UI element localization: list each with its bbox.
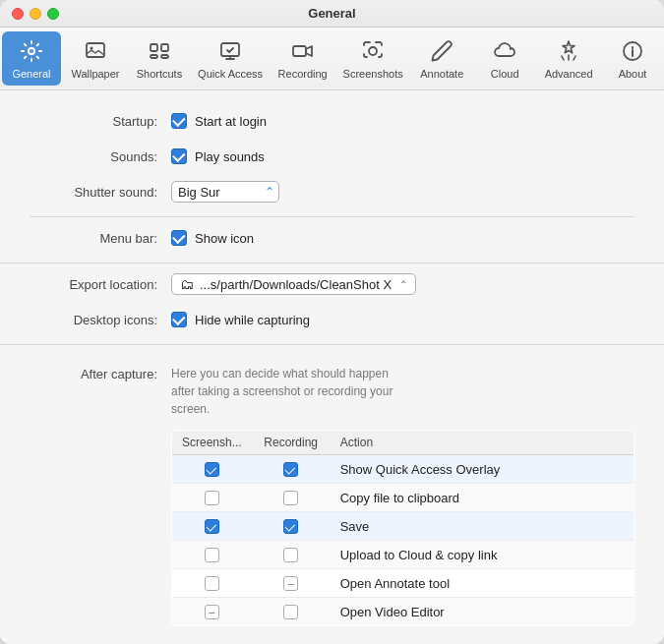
capture-table: Screensh... Recording Action Show Quick … <box>171 430 634 626</box>
table-row: Copy file to clipboard <box>172 484 634 512</box>
menubar-label: Menu bar: <box>30 231 157 246</box>
form-section-2: Export location: 🗂 ...s/parth/Downloads/… <box>0 273 664 330</box>
tab-screenshots[interactable]: Screenshots <box>337 31 408 86</box>
svg-rect-8 <box>293 46 306 56</box>
general-icon <box>18 37 45 65</box>
maximize-button[interactable] <box>47 8 59 20</box>
action-cell: Open Video Editor <box>331 598 634 626</box>
menubar-checkbox-label: Show icon <box>195 231 254 246</box>
table-row: Open Annotate tool <box>172 569 634 598</box>
folder-icon: 🗂 <box>180 276 194 292</box>
action-cell: Copy file to clipboard <box>331 484 634 512</box>
tab-advanced[interactable]: Advanced <box>538 31 599 86</box>
mini-checkbox[interactable] <box>283 519 298 534</box>
mini-checkbox[interactable] <box>283 462 298 477</box>
svg-rect-3 <box>151 44 157 51</box>
export-label: Export location: <box>30 277 157 292</box>
tab-cloud[interactable]: Cloud <box>475 31 534 86</box>
divider-3 <box>0 344 664 345</box>
table-row: Show Quick Access Overlay <box>172 455 634 484</box>
mini-checkbox[interactable] <box>205 605 219 619</box>
tab-wallpaper-label: Wallpaper <box>71 68 119 80</box>
minimize-button[interactable] <box>30 8 41 20</box>
svg-point-9 <box>369 47 377 55</box>
titlebar: General <box>0 0 664 28</box>
tab-annotate-label: Annotate <box>420 68 463 80</box>
sounds-label: Sounds: <box>30 149 157 164</box>
svg-point-0 <box>29 48 34 54</box>
mini-checkbox[interactable] <box>205 491 219 505</box>
sounds-control: Play sounds <box>171 148 265 164</box>
mini-checkbox[interactable] <box>205 462 219 477</box>
table-row: Upload to Cloud & copy link <box>172 541 634 569</box>
tab-general[interactable]: General <box>2 31 61 86</box>
mini-checkbox[interactable] <box>283 605 298 619</box>
tab-cloud-label: Cloud <box>491 68 519 80</box>
startup-control: Start at login <box>171 113 267 129</box>
divider-2 <box>0 263 664 263</box>
export-row: Export location: 🗂 ...s/parth/Downloads/… <box>30 273 634 295</box>
sounds-checkbox-label: Play sounds <box>195 149 265 164</box>
tab-recording-label: Recording <box>278 68 328 80</box>
svg-point-2 <box>90 47 92 50</box>
action-cell: Show Quick Access Overlay <box>331 455 634 484</box>
close-button[interactable] <box>12 8 24 20</box>
shutter-select-wrapper[interactable]: Big Sur Classic None ⌃ <box>171 181 279 203</box>
startup-checkbox-label: Start at login <box>195 114 267 129</box>
tab-shortcuts[interactable]: Shortcuts <box>130 31 189 86</box>
tab-recording[interactable]: Recording <box>272 31 333 86</box>
mini-checkbox[interactable] <box>283 491 298 505</box>
tab-quick-access-label: Quick Access <box>198 68 263 80</box>
startup-label: Startup: <box>30 114 157 129</box>
table-row: Save <box>172 512 634 541</box>
mini-checkbox[interactable] <box>205 576 219 591</box>
sounds-checkbox[interactable] <box>171 148 187 164</box>
export-control: 🗂 ...s/parth/Downloads/CleanShot X ⌃ <box>171 273 416 295</box>
table-header-row: Screensh... Recording Action <box>172 431 634 455</box>
shutter-row: Shutter sound: Big Sur Classic None ⌃ <box>30 181 634 203</box>
tab-screenshots-label: Screenshots <box>343 68 403 80</box>
menubar-control: Show icon <box>171 230 254 246</box>
tab-general-label: General <box>12 68 50 80</box>
tab-annotate[interactable]: Annotate <box>412 31 471 86</box>
form-section: Startup: Start at login Sounds: Play sou… <box>0 110 664 249</box>
svg-rect-6 <box>161 55 168 58</box>
action-cell: Open Annotate tool <box>331 569 634 598</box>
menubar-checkbox[interactable] <box>171 230 187 246</box>
mini-checkbox[interactable] <box>283 548 298 562</box>
screenshots-icon <box>359 37 387 65</box>
svg-rect-5 <box>151 55 157 58</box>
after-capture-section: After capture: Here you can decide what … <box>0 355 664 636</box>
tab-wallpaper[interactable]: Wallpaper <box>65 31 126 86</box>
after-capture-label: After capture: <box>30 365 157 418</box>
tab-quick-access[interactable]: Quick Access <box>193 31 268 86</box>
advanced-icon <box>555 37 582 65</box>
startup-checkbox[interactable] <box>171 113 187 129</box>
desktop-checkbox[interactable] <box>171 312 187 327</box>
tab-about-label: About <box>619 68 647 80</box>
table-row: Open Video Editor <box>172 598 634 626</box>
tab-about[interactable]: About <box>603 31 662 86</box>
svg-rect-1 <box>87 43 104 57</box>
shutter-select[interactable]: Big Sur Classic None <box>178 185 272 200</box>
tab-shortcuts-label: Shortcuts <box>137 68 182 80</box>
divider-1 <box>30 216 634 217</box>
shortcuts-icon <box>146 37 173 65</box>
shutter-control: Big Sur Classic None ⌃ <box>171 181 279 203</box>
chevron-icon: ⌃ <box>399 279 407 290</box>
cloud-icon <box>491 37 518 65</box>
desktop-label: Desktop icons: <box>30 313 157 327</box>
desktop-checkbox-label: Hide while capturing <box>195 313 310 327</box>
window-title: General <box>308 6 355 21</box>
wallpaper-icon <box>82 37 109 65</box>
col-recording: Recording <box>252 431 331 455</box>
after-capture-desc-row: After capture: Here you can decide what … <box>30 365 634 418</box>
export-location-button[interactable]: 🗂 ...s/parth/Downloads/CleanShot X ⌃ <box>171 273 416 295</box>
mini-checkbox[interactable] <box>205 519 219 534</box>
mini-checkbox[interactable] <box>283 576 298 591</box>
after-capture-description: Here you can decide what should happen a… <box>171 365 407 418</box>
export-path-text: ...s/parth/Downloads/CleanShot X <box>200 277 392 292</box>
mini-checkbox[interactable] <box>205 548 219 562</box>
main-window: General General Wallpaper <box>0 0 664 644</box>
content-area: Startup: Start at login Sounds: Play sou… <box>0 90 664 644</box>
